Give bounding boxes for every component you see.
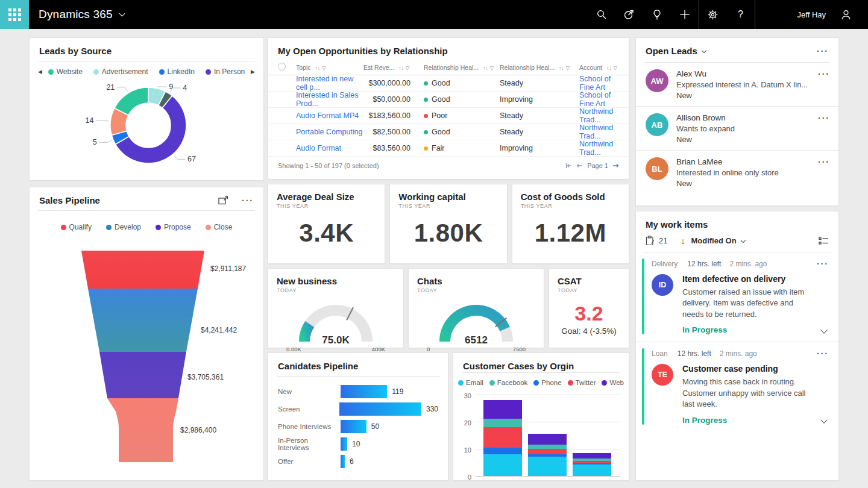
settings-icon[interactable] — [699, 0, 727, 29]
stage-bar[interactable] — [341, 385, 387, 398]
bar-segment-web[interactable] — [528, 434, 567, 445]
app-title[interactable]: Dynamics 365 — [39, 8, 113, 21]
table-row[interactable]: Audio Format MP4$183,560.00PoorSteadyNor… — [268, 108, 629, 124]
bar-segment-email[interactable] — [483, 454, 522, 476]
sort-icon[interactable] — [315, 65, 321, 71]
chevron-down-icon[interactable] — [740, 237, 745, 242]
lightbulb-icon[interactable] — [643, 0, 671, 29]
funnel-segment-develop[interactable] — [88, 289, 198, 352]
table-row[interactable]: Interested in Sales Prod...$50,000.00Goo… — [268, 92, 629, 108]
legend-item[interactable]: Phone — [533, 379, 561, 386]
sort-direction-icon[interactable] — [681, 236, 685, 246]
legend-item[interactable]: Email — [458, 379, 483, 386]
sort-icon[interactable] — [483, 65, 488, 71]
stage-bar[interactable] — [341, 437, 347, 451]
work-item-status[interactable]: In Progress — [682, 325, 727, 334]
work-item[interactable]: Delivery12 hrs. left2 mins. agoIDItem de… — [636, 252, 838, 342]
detail-view-icon[interactable] — [819, 237, 829, 245]
select-all-checkbox[interactable] — [278, 63, 286, 70]
bar-segment-email[interactable] — [528, 457, 567, 476]
funnel-segment-close[interactable] — [107, 398, 178, 462]
account-icon[interactable] — [832, 0, 860, 29]
expand-chevron-icon[interactable] — [820, 327, 827, 333]
sort-icon[interactable] — [559, 65, 564, 71]
topic-link[interactable]: Interested in new cell p... — [296, 75, 363, 92]
legend-item[interactable]: Facebook — [489, 379, 528, 386]
column-header-health-trend[interactable]: Relationship Heal... — [500, 64, 579, 71]
add-icon[interactable] — [671, 0, 699, 29]
first-page-icon[interactable] — [565, 163, 572, 169]
column-header-health[interactable]: Relationship Heal... — [424, 64, 500, 71]
legend-item[interactable]: Website — [48, 67, 83, 76]
more-options-icon[interactable] — [817, 49, 829, 54]
table-row[interactable]: Interested in new cell p...$300,000.00Go… — [268, 75, 629, 92]
search-icon[interactable] — [588, 0, 615, 29]
account-link[interactable]: Northwind Trad... — [579, 124, 619, 140]
more-options-icon[interactable] — [818, 160, 830, 188]
stage-bar[interactable] — [341, 455, 345, 468]
more-options-icon[interactable] — [817, 351, 829, 356]
sort-icon[interactable] — [398, 65, 404, 71]
funnel-segment-propose[interactable] — [99, 352, 186, 398]
stacked-bar[interactable] — [528, 434, 567, 476]
stacked-bar[interactable] — [483, 400, 522, 476]
table-row[interactable]: Portable Computing$82,500.00GoodSteadyNo… — [268, 124, 629, 140]
account-link[interactable]: Northwind Trad... — [579, 140, 619, 157]
app-launcher-button[interactable] — [0, 0, 29, 29]
sort-field-label[interactable]: Modified On — [691, 236, 736, 245]
more-options-icon[interactable] — [818, 116, 830, 144]
bar-segment-web[interactable] — [573, 453, 611, 458]
legend-item[interactable]: In Person — [206, 67, 245, 76]
filter-icon[interactable] — [611, 65, 617, 71]
lead-list-item[interactable]: BLBrian LaMeeInterested in online only s… — [636, 151, 838, 194]
legend-item[interactable]: Advertisement — [93, 67, 148, 76]
topic-link[interactable]: Interested in Sales Prod... — [296, 91, 363, 108]
stage-bar[interactable] — [339, 402, 421, 416]
donut-slice[interactable] — [115, 87, 148, 115]
card-title[interactable]: Open Leads — [646, 46, 697, 56]
lead-list-item[interactable]: ABAllison BrownWants to expandNew — [636, 107, 838, 151]
lead-list-item[interactable]: AWAlex WuExpressed interest in A. Datum … — [636, 63, 838, 107]
expand-chevron-icon[interactable] — [820, 417, 827, 424]
topic-link[interactable]: Audio Format MP4 — [296, 111, 363, 120]
user-name[interactable]: Jeff Hay — [797, 10, 826, 19]
filter-icon[interactable] — [564, 65, 570, 71]
account-link[interactable]: School of Fine Art — [579, 75, 619, 92]
app-title-chevron-icon[interactable] — [119, 11, 125, 17]
legend-item[interactable]: LinkedIn — [159, 67, 195, 76]
legend-item[interactable]: Web — [602, 379, 623, 386]
account-link[interactable]: Northwind Trad... — [579, 107, 619, 124]
account-link[interactable]: School of Fine Art — [579, 91, 619, 108]
topic-link[interactable]: Portable Computing — [296, 128, 363, 136]
legend-item[interactable]: Twitter — [568, 379, 596, 386]
guide-icon[interactable] — [615, 0, 643, 29]
bar-segment-facebook[interactable] — [528, 445, 567, 449]
legend-next-icon[interactable] — [251, 69, 255, 75]
legend-prev-icon[interactable] — [38, 69, 42, 75]
stacked-bar[interactable] — [573, 453, 611, 476]
table-row[interactable]: Audio Format$83,560.00FairImprovingNorth… — [268, 140, 629, 157]
help-icon[interactable]: ? — [727, 0, 755, 29]
filter-icon[interactable] — [320, 65, 326, 71]
bar-segment-email[interactable] — [573, 465, 611, 476]
stage-bar[interactable] — [341, 420, 366, 433]
work-item[interactable]: Loan12 hrs. left2 mins. agoTECustomer ca… — [636, 342, 838, 431]
bar-segment-twitter[interactable] — [528, 449, 567, 454]
work-item-status[interactable]: In Progress — [682, 416, 727, 425]
topic-link[interactable]: Audio Format — [296, 144, 363, 152]
column-header-account[interactable]: Account — [579, 64, 619, 71]
bar-segment-web[interactable] — [483, 400, 522, 419]
bar-segment-twitter[interactable] — [483, 427, 522, 448]
funnel-segment-qualify[interactable] — [81, 251, 204, 289]
column-header-est-revenue[interactable]: Est Reve... — [363, 64, 424, 71]
more-options-icon[interactable] — [818, 72, 830, 100]
column-header-topic[interactable]: Topic — [296, 64, 363, 71]
chevron-down-icon[interactable] — [702, 48, 706, 52]
more-options-icon[interactable] — [817, 261, 829, 266]
filter-icon[interactable] — [404, 65, 410, 71]
bar-segment-facebook[interactable] — [483, 419, 522, 427]
previous-page-icon[interactable] — [576, 163, 583, 169]
filter-icon[interactable] — [488, 65, 494, 71]
next-page-icon[interactable] — [612, 163, 619, 169]
bar-segment-phone[interactable] — [483, 448, 522, 454]
